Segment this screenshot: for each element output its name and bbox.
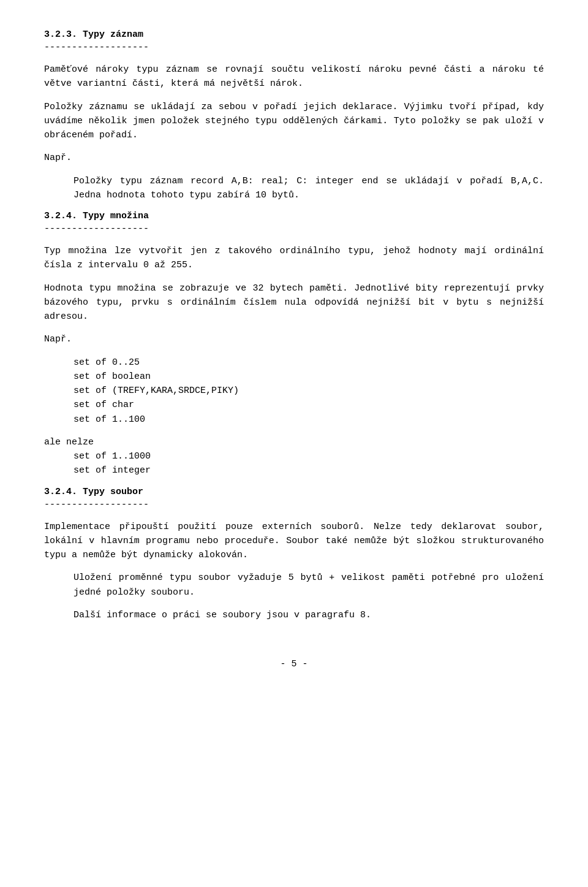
section-divider-3-2-3: -------------------: [44, 42, 544, 53]
section-heading-3-2-4-mnozina: 3.2.4. Typy množina: [44, 211, 544, 221]
page-footer: - 5 -: [44, 659, 544, 669]
paragraph-3-2-4-mnozina-1: Typ množina lze vytvořit jen z takového …: [44, 244, 544, 273]
section-heading-3-2-4-soubor: 3.2.4. Typy soubor: [44, 487, 544, 497]
section-divider-3-2-4-soubor: -------------------: [44, 500, 544, 510]
paragraph-3-2-3-napr: Např.: [44, 151, 544, 165]
paragraph-3-2-4-soubor-2: Uložení proměnné typu soubor vyžaduje 5 …: [74, 571, 544, 600]
ale-nelze-label: ale nelze: [44, 435, 544, 449]
paragraph-3-2-4-soubor-3: Další informace o práci se soubory jsou …: [74, 608, 544, 622]
ale-nelze-block: ale nelze set of 1..1000 set of integer: [44, 435, 544, 478]
paragraph-3-2-4-soubor-1: Implementace připouští použití pouze ext…: [44, 520, 544, 563]
section-divider-3-2-4-mnozina: -------------------: [44, 224, 544, 234]
paragraph-3-2-3-2: Položky záznamu se ukládají za sebou v p…: [44, 100, 544, 143]
section-heading-3-2-3: 3.2.3. Typy záznam: [44, 29, 544, 40]
page-content: 3.2.3. Typy záznam ------------------- P…: [44, 29, 544, 669]
paragraph-3-2-3-1: Paměťové nároky typu záznam se rovnají s…: [44, 63, 544, 91]
page-number: - 5 -: [280, 659, 307, 669]
paragraph-3-2-4-mnozina-2: Hodnota typu množina se zobrazuje ve 32 …: [44, 281, 544, 324]
code-block-sets-1: set of 0..25 set of boolean set of (TREF…: [74, 356, 544, 427]
paragraph-3-2-4-mnozina-napr: Např.: [44, 332, 544, 346]
section-3-2-4-soubor: 3.2.4. Typy soubor ------------------- I…: [44, 487, 544, 623]
ale-nelze-items: set of 1..1000 set of integer: [74, 449, 544, 478]
section-3-2-3: 3.2.3. Typy záznam ------------------- P…: [44, 29, 544, 202]
paragraph-3-2-3-code: Položky typu záznam record A,B: real; C:…: [74, 174, 544, 203]
section-3-2-4-mnozina: 3.2.4. Typy množina ------------------- …: [44, 211, 544, 478]
